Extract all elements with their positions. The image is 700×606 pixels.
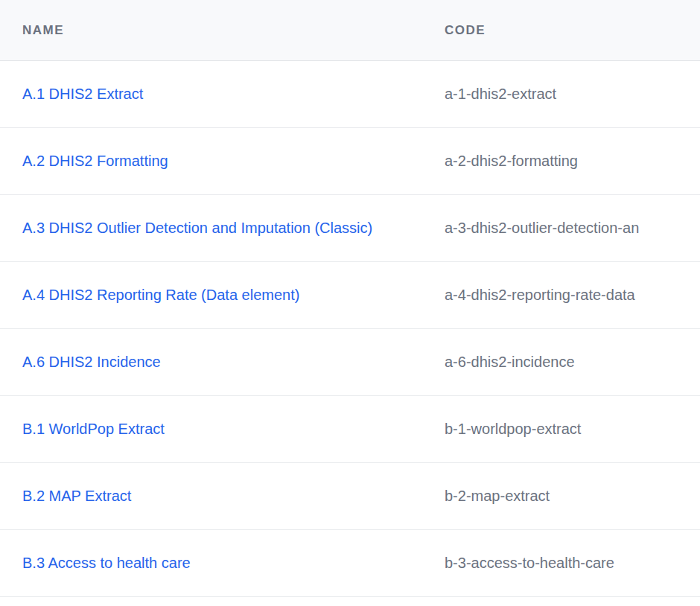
pipeline-code: b-3-access-to-health-care <box>445 555 614 571</box>
name-cell: B.2 MAP Extract <box>0 488 445 505</box>
table-header-row: NAME CODE <box>0 0 700 61</box>
pipeline-code: b-2-map-extract <box>445 488 550 504</box>
name-cell: A.6 DHIS2 Incidence <box>0 354 445 371</box>
table-row: B.1 WorldPop Extract b-1-worldpop-extrac… <box>0 396 700 463</box>
pipeline-name-link[interactable]: A.4 DHIS2 Reporting Rate (Data element) <box>22 287 299 303</box>
table-row: A.3 DHIS2 Outlier Detection and Imputati… <box>0 195 700 262</box>
code-cell: a-6-dhis2-incidence <box>445 354 700 371</box>
name-cell: A.4 DHIS2 Reporting Rate (Data element) <box>0 287 445 304</box>
pipelines-table: NAME CODE A.1 DHIS2 Extract a-1-dhis2-ex… <box>0 0 700 606</box>
code-cell: a-1-dhis2-extract <box>445 86 700 103</box>
pipeline-name-link[interactable]: B.3 Access to health care <box>22 555 191 571</box>
table-row: A.2 DHIS2 Formatting a-2-dhis2-formattin… <box>0 128 700 195</box>
pipeline-code: a-4-dhis2-reporting-rate-data <box>445 287 635 303</box>
pipeline-name-link[interactable]: B.2 MAP Extract <box>22 488 131 504</box>
code-cell: a-3-dhis2-outlier-detection-an <box>445 220 700 237</box>
name-cell: A.3 DHIS2 Outlier Detection and Imputati… <box>0 220 445 237</box>
pipeline-code: a-2-dhis2-formatting <box>445 153 578 169</box>
name-cell: B.1 WorldPop Extract <box>0 421 445 438</box>
code-cell: a-2-dhis2-formatting <box>445 153 700 170</box>
pipeline-name-link[interactable]: A.3 DHIS2 Outlier Detection and Imputati… <box>22 220 372 236</box>
pipeline-name-link[interactable]: A.6 DHIS2 Incidence <box>22 354 161 370</box>
code-cell: b-2-map-extract <box>445 488 700 505</box>
name-cell: B.3 Access to health care <box>0 555 445 572</box>
pipeline-name-link[interactable]: B.1 WorldPop Extract <box>22 421 165 437</box>
header-cell-name: NAME <box>0 23 445 38</box>
column-header-name: NAME <box>22 23 64 37</box>
column-header-code: CODE <box>445 23 486 37</box>
pipeline-name-link[interactable]: A.1 DHIS2 Extract <box>22 86 143 102</box>
code-cell: b-3-access-to-health-care <box>445 555 700 572</box>
pipeline-code: a-3-dhis2-outlier-detection-an <box>445 220 639 236</box>
table-row: A.1 DHIS2 Extract a-1-dhis2-extract <box>0 61 700 128</box>
table-row: A.6 DHIS2 Incidence a-6-dhis2-incidence <box>0 329 700 396</box>
name-cell: A.1 DHIS2 Extract <box>0 86 445 103</box>
header-cell-code: CODE <box>445 23 700 38</box>
table-row: A.4 DHIS2 Reporting Rate (Data element) … <box>0 262 700 329</box>
pipeline-code: a-1-dhis2-extract <box>445 86 556 102</box>
pipeline-code: b-1-worldpop-extract <box>445 421 581 437</box>
code-cell: a-4-dhis2-reporting-rate-data <box>445 287 700 304</box>
name-cell: A.2 DHIS2 Formatting <box>0 153 445 170</box>
table-row: B.2 MAP Extract b-2-map-extract <box>0 463 700 530</box>
table-row: B.3 Access to health care b-3-access-to-… <box>0 530 700 597</box>
pipeline-code: a-6-dhis2-incidence <box>445 354 575 370</box>
pipeline-name-link[interactable]: A.2 DHIS2 Formatting <box>22 153 168 169</box>
code-cell: b-1-worldpop-extract <box>445 421 700 438</box>
